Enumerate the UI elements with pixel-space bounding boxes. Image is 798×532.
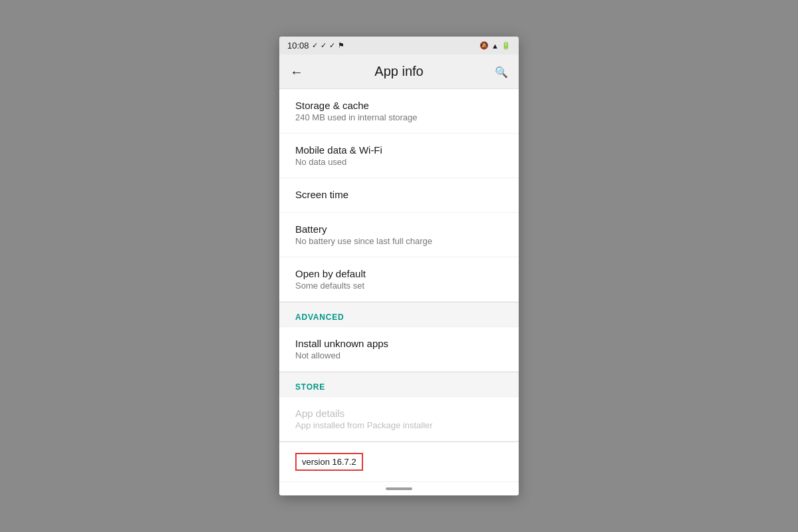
mobile-data-item[interactable]: Mobile data & Wi-Fi No data used bbox=[279, 134, 519, 178]
version-footer: version 16.7.2 bbox=[279, 442, 519, 481]
status-bar-right: 🔕 ▲ 🔋 bbox=[479, 41, 511, 50]
check-icon-1: ✓ bbox=[312, 41, 318, 50]
app-details-subtitle: App installed from Package installer bbox=[295, 420, 503, 430]
app-details-item: App details App installed from Package i… bbox=[279, 397, 519, 442]
nav-indicator-bar bbox=[386, 487, 412, 490]
storage-cache-subtitle: 240 MB used in internal storage bbox=[295, 112, 503, 122]
storage-cache-title: Storage & cache bbox=[295, 100, 503, 111]
search-button[interactable] bbox=[495, 66, 508, 78]
screen-time-item[interactable]: Screen time bbox=[279, 178, 519, 213]
status-bar-left: 10:08 ✓ ✓ ✓ ⚑ bbox=[287, 41, 344, 51]
back-button[interactable] bbox=[290, 65, 303, 78]
app-details-title: App details bbox=[295, 408, 503, 419]
battery-subtitle: No battery use since last full charge bbox=[295, 236, 503, 246]
install-unknown-item[interactable]: Install unknown apps Not allowed bbox=[279, 327, 519, 372]
screen-time-title: Screen time bbox=[295, 189, 503, 200]
phone-container: 10:08 ✓ ✓ ✓ ⚑ 🔕 ▲ 🔋 App info Storage & c… bbox=[279, 37, 519, 495]
flag-icon: ⚑ bbox=[338, 41, 344, 50]
version-badge: version 16.7.2 bbox=[295, 453, 363, 471]
advanced-label: ADVANCED bbox=[295, 313, 344, 322]
content-area: Storage & cache 240 MB used in internal … bbox=[279, 89, 519, 495]
wifi-icon: ▲ bbox=[491, 42, 499, 50]
app-bar: App info bbox=[279, 55, 519, 89]
open-by-default-title: Open by default bbox=[295, 268, 503, 279]
silent-icon: 🔕 bbox=[479, 41, 489, 50]
check-icon-3: ✓ bbox=[329, 41, 335, 50]
store-label: STORE bbox=[295, 382, 325, 392]
battery-item[interactable]: Battery No battery use since last full c… bbox=[279, 213, 519, 257]
check-icon-2: ✓ bbox=[321, 41, 327, 50]
status-bar: 10:08 ✓ ✓ ✓ ⚑ 🔕 ▲ 🔋 bbox=[279, 37, 519, 55]
advanced-section-header: ADVANCED bbox=[279, 302, 519, 327]
bottom-indicator bbox=[279, 481, 519, 495]
battery-title: Battery bbox=[295, 223, 503, 235]
open-by-default-item[interactable]: Open by default Some defaults set bbox=[279, 257, 519, 302]
battery-icon: 🔋 bbox=[501, 41, 511, 50]
open-by-default-subtitle: Some defaults set bbox=[295, 281, 503, 291]
mobile-data-subtitle: No data used bbox=[295, 157, 503, 167]
app-bar-actions bbox=[495, 66, 508, 78]
status-time: 10:08 bbox=[287, 41, 309, 51]
store-section-header: STORE bbox=[279, 372, 519, 397]
storage-cache-item[interactable]: Storage & cache 240 MB used in internal … bbox=[279, 89, 519, 134]
mobile-data-title: Mobile data & Wi-Fi bbox=[295, 144, 503, 156]
install-unknown-subtitle: Not allowed bbox=[295, 350, 503, 360]
page-title: App info bbox=[374, 64, 423, 79]
install-unknown-title: Install unknown apps bbox=[295, 338, 503, 349]
